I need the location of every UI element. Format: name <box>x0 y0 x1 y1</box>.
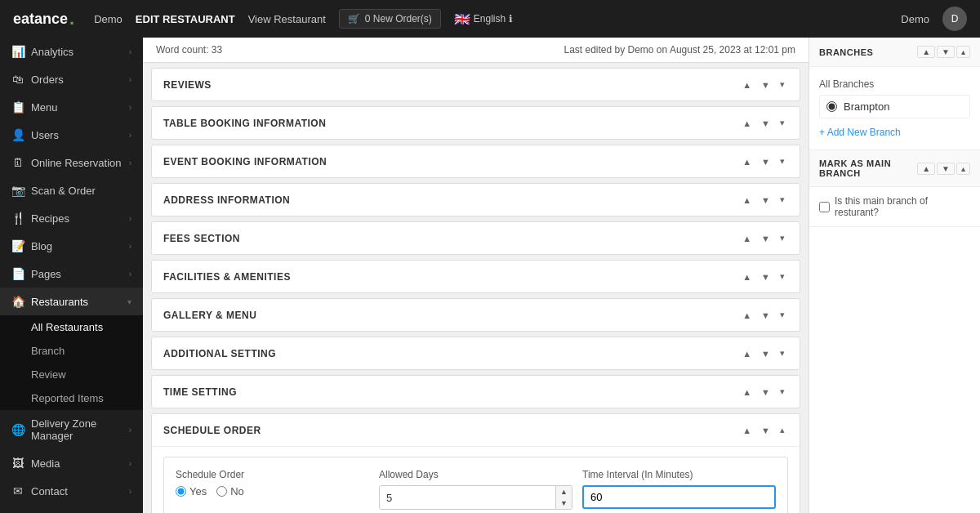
add-new-branch-link[interactable]: + Add New Branch <box>819 123 970 141</box>
mark-main-branch-checkbox-label: Is this main branch of resturant? <box>835 195 970 218</box>
branches-collapse-btn[interactable]: ▴ <box>956 46 970 58</box>
radio-yes[interactable] <box>176 486 186 497</box>
section-event-booking-header[interactable]: EVENT BOOKING INFORMATION ▲ ▼ ▾ <box>152 145 800 177</box>
section-reviews-header[interactable]: REVIEWS ▲ ▼ ▾ <box>152 69 800 100</box>
submenu-review[interactable]: Review <box>0 363 143 386</box>
section-address-header[interactable]: ADDRESS INFORMATION ▲ ▼ ▾ <box>152 184 800 216</box>
section-facilities-header[interactable]: FACILITIES & AMENITIES ▲ ▼ ▾ <box>152 261 800 292</box>
facilities-toggle-btn[interactable]: ▾ <box>777 270 788 283</box>
view-restaurant-link[interactable]: View Restaurant <box>248 13 326 25</box>
section-facilities-title: FACILITIES & AMENITIES <box>163 271 291 283</box>
submenu-all-restaurants[interactable]: All Restaurants <box>0 315 143 339</box>
event-booking-up-btn[interactable]: ▲ <box>739 155 755 168</box>
cart-label: 0 New Order(s) <box>365 13 432 25</box>
table-booking-toggle-btn[interactable]: ▾ <box>777 116 788 130</box>
time-setting-toggle-btn[interactable]: ▾ <box>777 385 788 399</box>
avatar[interactable]: D <box>942 7 967 31</box>
sidebar-item-restaurants[interactable]: 🏠 Restaurants ▾ <box>0 288 143 315</box>
section-additional-header[interactable]: ADDITIONAL SETTING ▲ ▼ ▾ <box>152 337 800 369</box>
sidebar-item-analytics[interactable]: 📊 Analytics › <box>0 38 143 65</box>
allowed-days-input[interactable] <box>379 485 556 510</box>
allowed-days-spinners: ▲ ▼ <box>556 485 572 510</box>
submenu-reported-items[interactable]: Reported Items <box>0 386 143 410</box>
address-up-btn[interactable]: ▲ <box>739 194 755 207</box>
sidebar-label-restaurants: Restaurants <box>31 296 88 308</box>
event-booking-toggle-btn[interactable]: ▾ <box>777 154 788 168</box>
gallery-down-btn[interactable]: ▼ <box>758 309 773 322</box>
sidebar-item-contact[interactable]: ✉ Contact › <box>0 477 143 505</box>
branches-up-btn[interactable]: ▲ <box>917 46 935 58</box>
arrow-icon: › <box>129 131 131 140</box>
right-panel: BRANCHES ▲ ▼ ▴ All Branches Brampton + A… <box>808 38 980 513</box>
arrow-icon: › <box>129 103 131 112</box>
schedule-order-down-btn[interactable]: ▼ <box>758 424 773 437</box>
fees-up-btn[interactable]: ▲ <box>739 232 755 245</box>
time-interval-input[interactable] <box>582 485 776 509</box>
sidebar-item-recipes[interactable]: 🍴 Recipes › <box>0 204 143 232</box>
reviews-up-btn[interactable]: ▲ <box>739 78 755 91</box>
sidebar-item-delivery-zone-manager[interactable]: 🌐 Delivery Zone Manager › <box>0 410 143 449</box>
reviews-toggle-btn[interactable]: ▾ <box>777 78 788 91</box>
mark-main-down-btn[interactable]: ▼ <box>937 163 955 175</box>
fees-down-btn[interactable]: ▼ <box>758 232 773 245</box>
sidebar-item-blog[interactable]: 📝 Blog › <box>0 232 143 260</box>
section-additional: ADDITIONAL SETTING ▲ ▼ ▾ <box>151 337 800 370</box>
time-setting-up-btn[interactable]: ▲ <box>739 386 755 399</box>
submenu-branch[interactable]: Branch <box>0 339 143 363</box>
mark-main-up-btn[interactable]: ▲ <box>917 163 935 175</box>
language-selector[interactable]: 🇬🇧 English ℹ <box>454 11 513 27</box>
branches-down-btn[interactable]: ▼ <box>937 46 955 58</box>
section-time-setting-header[interactable]: TIME SETTING ▲ ▼ ▾ <box>152 376 800 408</box>
edit-restaurant-link[interactable]: EDIT RESTAURANT <box>136 13 235 25</box>
main-content: Word count: 33 Last edited by Demo on Au… <box>143 38 808 513</box>
sidebar-item-settings[interactable]: ⚙ Settings › <box>0 505 143 513</box>
additional-down-btn[interactable]: ▼ <box>758 347 773 360</box>
mark-main-collapse-btn[interactable]: ▴ <box>956 163 970 175</box>
radio-yes-label[interactable]: Yes <box>176 485 207 497</box>
branch-brampton-radio[interactable] <box>826 101 837 112</box>
arrow-icon: › <box>129 242 131 251</box>
table-booking-up-btn[interactable]: ▲ <box>739 117 755 130</box>
radio-no-label[interactable]: No <box>216 485 244 497</box>
fees-toggle-btn[interactable]: ▾ <box>777 231 788 245</box>
schedule-order-up-btn[interactable]: ▲ <box>739 424 755 437</box>
section-schedule-order-header[interactable]: SCHEDULE ORDER ▲ ▼ ▴ <box>152 414 800 446</box>
branch-brampton[interactable]: Brampton <box>819 95 970 118</box>
sidebar-label-analytics: Analytics <box>31 46 74 58</box>
address-down-btn[interactable]: ▼ <box>758 194 773 207</box>
section-table-booking-header[interactable]: TABLE BOOKING INFORMATION ▲ ▼ ▾ <box>152 107 800 139</box>
demo-link[interactable]: Demo <box>94 13 122 25</box>
schedule-order-collapse-btn[interactable]: ▴ <box>777 423 788 437</box>
radio-no[interactable] <box>216 486 227 497</box>
time-setting-down-btn[interactable]: ▼ <box>758 386 773 399</box>
facilities-up-btn[interactable]: ▲ <box>739 270 755 283</box>
gallery-up-btn[interactable]: ▲ <box>739 309 755 322</box>
address-toggle-btn[interactable]: ▾ <box>777 193 788 207</box>
section-fees-header[interactable]: FEES SECTION ▲ ▼ ▾ <box>152 222 800 254</box>
branch-brampton-label: Brampton <box>844 100 889 113</box>
additional-up-btn[interactable]: ▲ <box>739 347 755 360</box>
sidebar-item-scan-order[interactable]: 📷 Scan & Order <box>0 176 143 204</box>
section-gallery-header[interactable]: GALLERY & MENU ▲ ▼ ▾ <box>152 299 800 331</box>
allowed-days-down-spin[interactable]: ▼ <box>556 497 572 509</box>
facilities-down-btn[interactable]: ▼ <box>758 270 773 283</box>
sidebar-item-menu[interactable]: 📋 Menu › <box>0 93 143 121</box>
allowed-days-up-spin[interactable]: ▲ <box>556 486 572 497</box>
sidebar-item-users[interactable]: 👤 Users › <box>0 121 143 149</box>
arrow-icon: › <box>129 47 131 56</box>
mark-main-branch-checkbox[interactable] <box>819 202 830 212</box>
analytics-icon: 📊 <box>11 45 24 58</box>
cart-button[interactable]: 🛒 0 New Order(s) <box>339 9 441 29</box>
gallery-toggle-btn[interactable]: ▾ <box>777 308 788 322</box>
sidebar-item-orders[interactable]: 🛍 Orders › <box>0 65 143 93</box>
reviews-down-btn[interactable]: ▼ <box>758 78 773 91</box>
branches-header: BRANCHES ▲ ▼ ▴ <box>809 38 980 67</box>
sidebar-item-pages[interactable]: 📄 Pages › <box>0 260 143 288</box>
sidebar-item-online-reservation[interactable]: 🗓 Online Reservation › <box>0 149 143 176</box>
sidebar-item-media[interactable]: 🖼 Media › <box>0 449 143 477</box>
branches-section: BRANCHES ▲ ▼ ▴ All Branches Brampton + A… <box>809 38 980 150</box>
additional-toggle-btn[interactable]: ▾ <box>777 346 788 360</box>
event-booking-down-btn[interactable]: ▼ <box>758 155 773 168</box>
table-booking-down-btn[interactable]: ▼ <box>758 117 773 130</box>
time-interval-label: Time Interval (In Minutes) <box>582 469 776 480</box>
